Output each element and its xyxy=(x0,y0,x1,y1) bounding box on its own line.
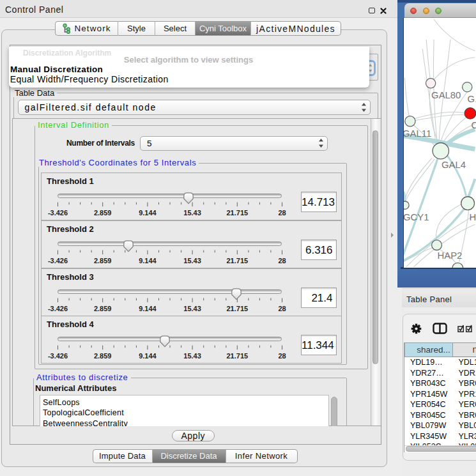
svg-text:GCY1: GCY1 xyxy=(403,212,429,222)
svg-text:HAP2: HAP2 xyxy=(438,250,463,261)
svg-text:GAL4: GAL4 xyxy=(441,160,466,170)
svg-text:G.: G. xyxy=(468,94,476,104)
svg-text:C: C xyxy=(472,119,476,130)
svg-text:H: H xyxy=(470,211,476,222)
svg-text:GAL80: GAL80 xyxy=(431,90,461,100)
svg-text:GAL11: GAL11 xyxy=(403,128,431,139)
